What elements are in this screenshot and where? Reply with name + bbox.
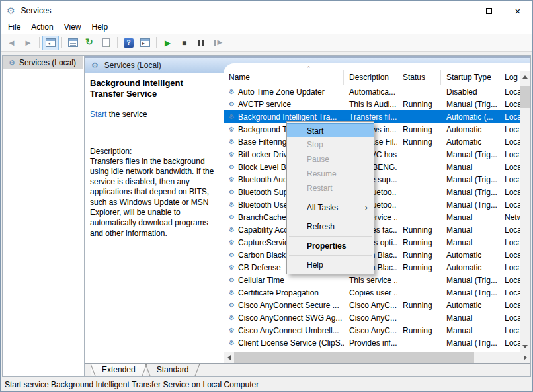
properties-button[interactable]	[65, 36, 81, 50]
scroll-down-arrow[interactable]	[520, 341, 530, 352]
tab-extended[interactable]: Extended	[91, 364, 146, 376]
service-name: CB Defense	[238, 263, 281, 272]
service-startup-type: Manual	[441, 313, 499, 323]
service-startup-type: Manual (Trig...	[441, 276, 499, 285]
down-triangle-icon	[522, 345, 528, 348]
service-startup-type: Manual	[441, 326, 499, 335]
service-logon-as: Loca	[499, 112, 520, 122]
vertical-scrollbar[interactable]	[520, 71, 530, 352]
menu-bar: FileActionViewHelp	[1, 20, 532, 34]
service-gear-icon: ⚙	[229, 214, 235, 221]
pause-service-icon	[198, 40, 204, 46]
context-menu-item-help[interactable]: Help	[287, 258, 374, 272]
show-console-tree-icon	[46, 38, 56, 47]
table-row[interactable]: ⚙Auto Time Zone UpdaterAutomatica...Disa…	[224, 85, 520, 98]
menu-view[interactable]: View	[59, 21, 87, 33]
service-description: Transfers fil...	[344, 112, 397, 122]
toolbar: ◄►	[1, 34, 532, 52]
column-header-status[interactable]: Status	[397, 70, 441, 85]
context-menu-item-properties[interactable]: Properties	[287, 239, 374, 253]
close-button[interactable]: ×	[503, 1, 532, 20]
services-window: ⚙ Services × FileActionViewHelp ◄► ⚙ Ser…	[0, 0, 533, 392]
tree-item-services-local[interactable]: ⚙ Services (Local)	[3, 56, 83, 69]
service-name: Cisco AnyConnect Umbrell...	[238, 326, 339, 335]
table-row[interactable]: ⚙Cisco AnyConnect Secure ...Cisco AnyC..…	[224, 299, 520, 311]
table-row[interactable]: ⚙Cisco AnyConnect Umbrell...Cisco AnyC..…	[224, 324, 520, 336]
service-description: Automatica...	[344, 87, 397, 97]
start-service-link[interactable]: Start	[90, 110, 106, 119]
scroll-up-arrow[interactable]	[520, 71, 530, 82]
column-header-startup-type[interactable]: Startup Type	[441, 70, 499, 85]
start-service-button[interactable]	[159, 36, 176, 50]
column-header-name[interactable]: Name	[224, 70, 344, 85]
refresh-button[interactable]	[81, 36, 98, 50]
band-title: Services (Local)	[104, 61, 161, 70]
toolbar-separator	[39, 37, 40, 48]
service-gear-icon: ⚙	[229, 139, 235, 145]
horizontal-scroll-track[interactable]	[234, 352, 520, 363]
restart-service-button[interactable]	[209, 36, 226, 50]
service-name-cell: ⚙Background Intelligent Tra...	[224, 112, 344, 122]
context-menu-item-start[interactable]: Start	[287, 123, 374, 137]
service-logon-as: Loca	[499, 175, 520, 184]
table-row[interactable]: ⚙Client License Service (ClipS...Provide…	[224, 336, 520, 349]
table-row[interactable]: ⚙Cellular TimeThis service ...Manual (Tr…	[224, 274, 520, 286]
context-menu-item-all-tasks[interactable]: All Tasks›	[287, 200, 374, 215]
help-button[interactable]	[120, 36, 137, 50]
service-gear-icon: ⚙	[229, 101, 235, 108]
window-title: Services	[21, 6, 52, 15]
maximize-button[interactable]	[474, 1, 503, 20]
service-logon-as: Loca	[499, 338, 520, 348]
service-logon-as: Loca	[499, 150, 520, 159]
view-tabs: ExtendedStandard	[85, 363, 530, 376]
menu-separator	[289, 198, 372, 198]
column-header-log[interactable]: Log	[499, 70, 520, 85]
forward-button[interactable]: ►	[20, 36, 36, 50]
minimize-button[interactable]	[445, 1, 474, 20]
minimize-icon	[456, 11, 463, 11]
horizontal-scroll-thumb[interactable]	[234, 352, 474, 363]
service-name: Cisco AnyConnect Secure ...	[238, 301, 339, 310]
service-status: Running	[397, 263, 441, 272]
stop-service-button[interactable]	[176, 36, 192, 50]
table-row[interactable]: ⚙AVCTP serviceThis is Audi...RunningManu…	[224, 98, 520, 110]
scroll-right-arrow[interactable]	[520, 352, 530, 363]
service-logon-as: Loca	[499, 276, 520, 285]
back-icon: ◄	[7, 38, 16, 47]
horizontal-scrollbar[interactable]	[224, 352, 530, 363]
table-row[interactable]: ⚙Cisco AnyConnect SWG Ag...Cisco AnyC...…	[224, 311, 520, 324]
service-gear-icon: ⚙	[229, 164, 235, 171]
service-gear-icon: ⚙	[229, 189, 235, 196]
show-action-pane-button[interactable]	[137, 36, 153, 50]
main-area: ⚙ Services (Local) ⚙ Services (Local) Ba…	[1, 52, 532, 377]
tab-standard[interactable]: Standard	[146, 364, 200, 376]
console-tree-pane: ⚙ Services (Local)	[2, 55, 85, 377]
service-startup-type: Automatic	[441, 301, 499, 310]
service-name: Certificate Propagation	[238, 288, 319, 297]
vertical-scroll-thumb[interactable]	[520, 86, 530, 108]
tree-item-label: Services (Local)	[19, 58, 76, 67]
column-header-description[interactable]: Description	[344, 70, 397, 85]
context-menu-item-resume: Resume	[287, 167, 374, 181]
table-row[interactable]: ⚙Certificate PropagationCopies user ...M…	[224, 286, 520, 299]
service-name-cell: ⚙Certificate Propagation	[224, 288, 344, 297]
service-info-panel: Background Intelligent Transfer Service …	[85, 73, 224, 363]
list-header: ⌃ NameDescriptionStatusStartup TypeLog	[224, 70, 530, 85]
menu-help[interactable]: Help	[87, 21, 114, 33]
restart-service-icon	[214, 40, 222, 46]
pause-service-button[interactable]	[192, 36, 209, 50]
menu-file[interactable]: File	[3, 21, 26, 33]
scroll-left-arrow[interactable]	[224, 352, 234, 363]
show-console-tree-button[interactable]	[42, 36, 59, 50]
menu-action[interactable]: Action	[26, 21, 58, 33]
service-status: Running	[397, 238, 441, 247]
context-menu-label: All Tasks	[307, 203, 338, 212]
status-text: Start service Background Intelligent Tra…	[5, 380, 259, 389]
back-button[interactable]: ◄	[3, 36, 20, 50]
menu-separator	[289, 217, 372, 217]
context-menu-item-refresh[interactable]: Refresh	[287, 219, 374, 234]
refresh-icon	[85, 38, 95, 47]
context-menu-label: Start	[307, 126, 323, 136]
export-list-button[interactable]	[98, 36, 114, 50]
service-startup-type: Manual	[441, 213, 499, 222]
